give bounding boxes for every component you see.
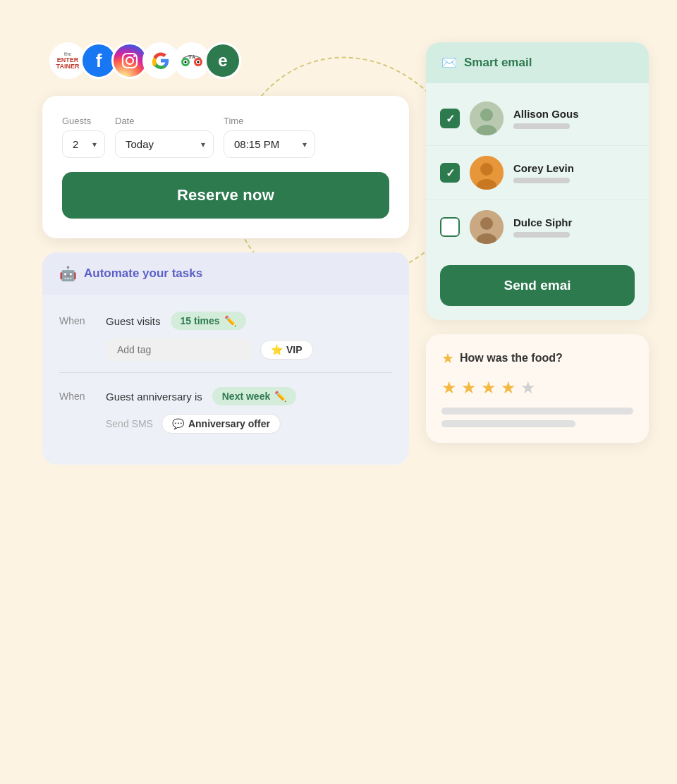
star-3: ★	[481, 378, 496, 398]
rating-header: ★ How was the food?	[441, 350, 633, 367]
smart-email-card: ✉️ Smart email ✓	[426, 42, 649, 320]
anniversary-badge[interactable]: 💬 Anniversary offer	[161, 414, 281, 434]
svg-point-14	[480, 163, 493, 176]
vip-badge[interactable]: ⭐ VIP	[260, 340, 313, 360]
contact-sub-dulce	[513, 232, 570, 238]
anniversary-label: Anniversary offer	[188, 418, 270, 429]
rule2-edit-icon: ✏️	[274, 391, 286, 402]
rating-star-icon: ★	[441, 350, 454, 367]
contact-item-corey: ✓ Corey Levin	[426, 146, 649, 200]
guests-field-group: Guests 2 1 3 4 ▾	[62, 116, 105, 158]
svg-point-11	[480, 109, 493, 121]
task-rule-2: When Guest anniversary is Next week ✏️ S…	[59, 387, 392, 434]
date-field-group: Date Today Tomorrow ▾	[115, 116, 214, 158]
automate-robot-icon: 🤖	[59, 265, 77, 282]
rating-bar-2	[441, 420, 575, 427]
date-label: Date	[115, 116, 214, 126]
contact-name-dulce: Dulce Siphr	[513, 216, 572, 228]
rule1-action-row: ⭐ VIP	[106, 338, 392, 361]
when-label-2: When	[59, 391, 96, 402]
contact-sub-allison	[513, 123, 570, 129]
automate-header: 🤖 Automate your tasks	[42, 252, 409, 295]
automate-body: When Guest visits 15 times ✏️ ⭐ VIP	[42, 295, 409, 434]
send-email-button[interactable]: Send emai	[440, 265, 635, 306]
svg-text:𝐓𝐀: 𝐓𝐀	[188, 54, 196, 59]
rule2-value-badge[interactable]: Next week ✏️	[212, 387, 296, 405]
rule1-value-text: 15 times	[181, 315, 220, 326]
reservation-card: Guests 2 1 3 4 ▾ Date	[42, 96, 409, 238]
contact-checkbox-dulce[interactable]	[440, 217, 460, 237]
when-label-1: When	[59, 315, 96, 326]
sms-icon: 💬	[172, 418, 184, 429]
svg-point-1	[126, 57, 133, 64]
date-select[interactable]: Today Tomorrow	[115, 130, 214, 158]
rule-divider	[59, 372, 392, 373]
add-tag-input[interactable]	[106, 338, 252, 361]
avatar-allison	[470, 102, 504, 135]
automate-card: 🤖 Automate your tasks When Guest visits …	[42, 252, 409, 465]
automate-title: Automate your tasks	[84, 267, 202, 281]
task-rule-2-condition: When Guest anniversary is Next week ✏️	[59, 387, 392, 405]
contact-sub-corey	[513, 178, 570, 183]
avatar-dulce	[470, 210, 504, 244]
contact-name-allison: Allison Gous	[513, 108, 579, 120]
svg-point-8	[197, 61, 200, 63]
time-label: Time	[224, 116, 315, 126]
contact-info-dulce: Dulce Siphr	[513, 216, 572, 238]
platform-icons-row: the ENTERTAINER f	[49, 42, 416, 79]
time-field-group: Time 08:15 PM 07:00 PM 09:00 PM ▾	[224, 116, 315, 158]
guests-select[interactable]: 2 1 3 4	[62, 130, 105, 158]
rating-card: ★ How was the food? ★ ★ ★ ★ ★	[426, 334, 649, 443]
envelope-icon: ✉️	[441, 55, 457, 71]
star-1: ★	[441, 378, 457, 398]
vip-label: VIP	[286, 344, 303, 355]
rating-question: How was the food?	[460, 352, 563, 365]
contact-info-allison: Allison Gous	[513, 108, 579, 129]
contact-item-dulce: Dulce Siphr	[426, 200, 649, 254]
reserve-now-button[interactable]: Reserve now	[62, 172, 389, 219]
form-fields-row: Guests 2 1 3 4 ▾ Date	[62, 116, 389, 158]
contact-info-corey: Corey Levin	[513, 162, 574, 183]
task-rule-1: When Guest visits 15 times ✏️ ⭐ VIP	[59, 312, 392, 361]
left-column: the ENTERTAINER f	[42, 42, 409, 465]
rule1-condition-text: Guest visits	[106, 315, 161, 327]
svg-point-2	[133, 55, 135, 57]
contact-checkbox-corey[interactable]: ✓	[440, 163, 460, 183]
guests-label: Guests	[62, 116, 105, 126]
svg-point-17	[480, 217, 493, 230]
rule2-action-row: Send SMS 💬 Anniversary offer	[106, 414, 392, 434]
send-sms-label: Send SMS	[106, 418, 153, 429]
smart-email-title: Smart email	[464, 56, 532, 70]
star-4: ★	[501, 378, 516, 398]
right-column: ✉️ Smart email ✓	[426, 42, 649, 443]
time-select[interactable]: 08:15 PM 07:00 PM 09:00 PM	[224, 130, 315, 158]
contact-checkbox-allison[interactable]: ✓	[440, 109, 460, 128]
rule1-value-badge[interactable]: 15 times ✏️	[171, 312, 246, 330]
smart-email-header: ✉️ Smart email	[426, 42, 649, 83]
contact-name-corey: Corey Levin	[513, 162, 574, 174]
rating-bar-1	[441, 408, 633, 415]
stars-row: ★ ★ ★ ★ ★	[441, 378, 633, 398]
contact-list: ✓ Allison Gous	[426, 83, 649, 262]
star-5: ★	[520, 378, 536, 398]
rule2-value-text: Next week	[222, 391, 270, 402]
guests-select-wrapper[interactable]: 2 1 3 4 ▾	[62, 130, 105, 158]
vip-star-icon: ⭐	[271, 344, 283, 355]
avatar-corey	[470, 156, 504, 190]
star-2: ★	[461, 378, 477, 398]
contact-item-allison: ✓ Allison Gous	[426, 92, 649, 146]
rule1-edit-icon: ✏️	[224, 315, 236, 326]
task-rule-1-condition: When Guest visits 15 times ✏️	[59, 312, 392, 330]
time-select-wrapper[interactable]: 08:15 PM 07:00 PM 09:00 PM ▾	[224, 130, 315, 158]
svg-point-7	[185, 61, 187, 63]
eat-icon: e	[205, 42, 241, 79]
rule2-condition-text: Guest anniversary is	[106, 391, 202, 403]
date-select-wrapper[interactable]: Today Tomorrow ▾	[115, 130, 214, 158]
